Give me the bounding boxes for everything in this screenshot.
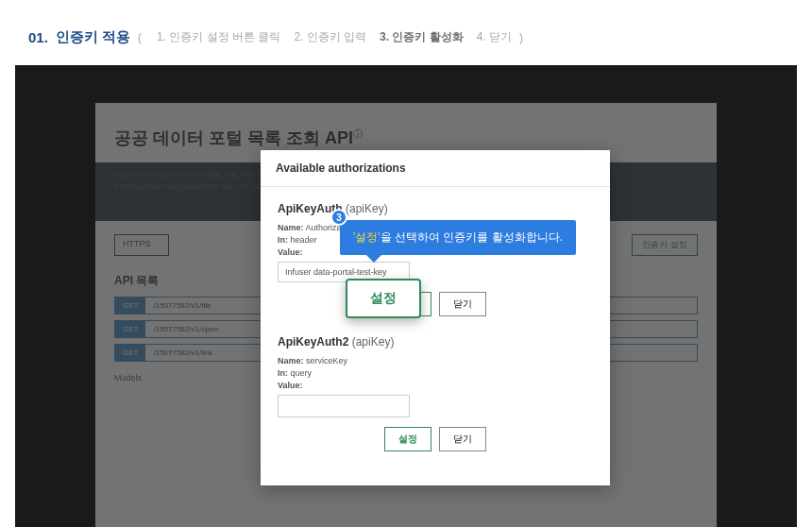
highlighted-set-button[interactable]: 설정: [346, 279, 421, 318]
auth2-value-label: Value:: [278, 381, 593, 390]
auth2-name-label: Name: serviceKey: [278, 356, 593, 366]
step-2: 2. 인증키 입력: [294, 29, 366, 45]
auth1-title: ApiKeyAuth (apiKey): [278, 202, 593, 215]
step-3: 3. 인증키 활성화: [380, 29, 464, 45]
step-4: 4. 닫기: [477, 29, 512, 45]
header-steps: 1. 인증키 설정 버튼 클릭 2. 인증키 입력 3. 인증키 활성화 4. …: [157, 29, 512, 45]
tooltip-tail-icon: [366, 255, 381, 263]
instruction-tooltip: '설정'을 선택하여 인증키를 활성화합니다.: [340, 220, 576, 255]
auth2-value-input[interactable]: [278, 395, 410, 417]
screenshot-viewport: 공공 데이터 포털 목록 조회 APIⓘ 공공 데이터 포털 데이터셋 목록 조…: [15, 65, 797, 527]
auth2-close-button[interactable]: 닫기: [439, 427, 486, 451]
step-badge: 3: [330, 209, 347, 226]
auth1-close-button[interactable]: 닫기: [439, 292, 486, 316]
auth2-set-button[interactable]: 설정: [384, 427, 431, 451]
paren-close: ): [519, 31, 523, 44]
header-title-number: 01.: [28, 29, 48, 45]
tooltip-highlight: '설정': [353, 230, 381, 244]
modal-title: Available authorizations: [261, 150, 610, 187]
auth-section-2: ApiKeyAuth2 (apiKey) Name: serviceKey In…: [278, 335, 593, 451]
auth2-title: ApiKeyAuth2 (apiKey): [278, 335, 593, 348]
step-1: 1. 인증키 설정 버튼 클릭: [157, 29, 280, 45]
tooltip-text: 을 선택하여 인증키를 활성화합니다.: [381, 230, 563, 244]
auth2-buttons: 설정 닫기: [278, 427, 593, 451]
auth1-buttons: 설정 닫기: [278, 292, 593, 316]
authorization-modal: Available authorizations ApiKeyAuth (api…: [261, 150, 610, 485]
header-title-text: 인증키 적용: [56, 28, 130, 46]
auth2-in-label: In: query: [278, 368, 593, 378]
paren-open: (: [138, 31, 142, 44]
instruction-header: 01. 인증키 적용 ( 1. 인증키 설정 버튼 클릭 2. 인증키 입력 3…: [0, 0, 812, 65]
